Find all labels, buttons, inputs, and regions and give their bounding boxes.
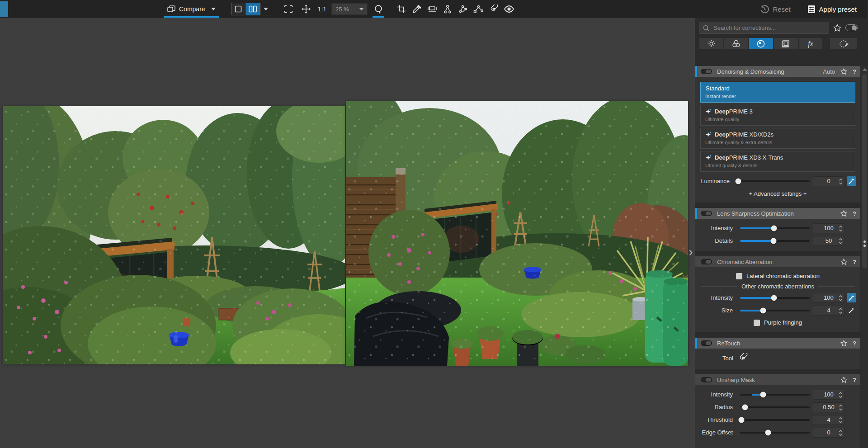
photo-left[interactable]	[3, 106, 345, 364]
tab-detail[interactable]	[749, 38, 774, 50]
control-shape-tool-button[interactable]	[456, 0, 470, 18]
advanced-settings-link[interactable]: + Advanced settings +	[695, 188, 860, 199]
ratio-1-1-button[interactable]: 1:1	[317, 5, 327, 13]
spinner-icon[interactable]	[839, 295, 843, 302]
retouch-patch-icon[interactable]	[738, 353, 748, 363]
lens-intensity-slider[interactable]	[740, 227, 810, 229]
retouch-enable-toggle[interactable]	[701, 340, 712, 346]
reset-history-icon	[760, 5, 769, 14]
unsharp-edge-offset-slider[interactable]	[740, 432, 810, 434]
help-icon[interactable]: ?	[853, 259, 856, 265]
white-balance-eyedropper-button[interactable]	[410, 0, 424, 18]
denoise-option-deepprime-xd3[interactable]: DeepPRIME XD3 X-Trans Utmost quality & d…	[700, 151, 855, 172]
purple-fringing-checkbox[interactable]	[754, 320, 760, 326]
favorite-star-icon[interactable]	[840, 377, 847, 383]
unsharp-threshold-slider[interactable]	[740, 419, 810, 421]
unsharp-radius-value[interactable]: 0.50	[813, 402, 844, 412]
tab-local-adjustments[interactable]	[830, 38, 858, 50]
unsharp-mask-enable-toggle[interactable]	[701, 377, 712, 382]
tab-color[interactable]	[724, 38, 749, 50]
chromatic-aberration-enable-toggle[interactable]	[701, 259, 712, 264]
section-lens-sharpness: Lens Sharpness Optimization ? Intensity …	[695, 208, 860, 251]
tab-light[interactable]	[699, 38, 724, 50]
denoise-option-standard[interactable]: Standard Instant render	[700, 82, 855, 103]
tab-geometry[interactable]	[774, 38, 798, 50]
crop-tool-button[interactable]	[395, 0, 408, 18]
unsharp-intensity-slider[interactable]	[740, 394, 810, 396]
reset-button[interactable]: Reset	[752, 0, 798, 18]
luminance-value[interactable]: 0	[813, 176, 844, 186]
ca-size-slider[interactable]	[740, 310, 810, 311]
help-icon[interactable]: ?	[853, 340, 856, 347]
unsharp-threshold-value[interactable]: 4	[813, 415, 844, 425]
lens-intensity-value[interactable]: 100	[813, 223, 844, 233]
panel-scrollbar[interactable]	[861, 66, 868, 448]
corrections-panel: fx Denoising & Demosaicing Auto	[695, 18, 868, 448]
lens-sharpness-header[interactable]: Lens Sharpness Optimization ?	[695, 208, 860, 219]
panel-collapse-chevron[interactable]	[687, 245, 695, 261]
denoising-enable-toggle[interactable]	[701, 69, 712, 74]
spinner-icon[interactable]	[839, 417, 843, 424]
denoise-option-deepprime3[interactable]: DeepPRIME 3 Ultimate quality	[700, 105, 855, 126]
denoising-header[interactable]: Denoising & Demosaicing Auto ?	[695, 66, 860, 77]
control-point-tool-button[interactable]	[441, 0, 454, 18]
spinner-icon[interactable]	[839, 307, 843, 314]
compare-button[interactable]: Compare	[163, 0, 220, 18]
fx-icon: fx	[808, 40, 813, 48]
unsharp-edge-offset-value[interactable]: 0	[813, 428, 844, 438]
chromatic-aberration-header[interactable]: Chromatic Aberration ?	[695, 256, 860, 267]
spinner-icon[interactable]	[839, 429, 843, 436]
preview-eye-button[interactable]	[502, 0, 516, 18]
ca-size-value[interactable]: 4	[813, 306, 844, 316]
search-box[interactable]	[699, 22, 829, 34]
retouch-patch-tool-button[interactable]	[487, 0, 500, 18]
pan-move-button[interactable]	[299, 0, 313, 18]
luminance-auto-wand-button[interactable]	[847, 176, 856, 186]
favorite-star-icon[interactable]	[840, 340, 847, 347]
denoise-option-deepprime-xd[interactable]: DeepPRIME XD/XD2s Ultimate quality & ext…	[700, 128, 855, 149]
lens-details-slider[interactable]	[740, 240, 810, 242]
active-corrections-toggle[interactable]	[845, 24, 858, 31]
help-icon[interactable]: ?	[853, 377, 856, 383]
tab-fx[interactable]: fx	[798, 38, 823, 50]
favorite-star-icon[interactable]	[840, 68, 847, 75]
control-line-tool-button[interactable]	[472, 0, 485, 18]
spinner-icon[interactable]	[839, 238, 843, 245]
single-view-button[interactable]	[231, 3, 245, 15]
favorites-star-icon[interactable]	[833, 24, 841, 32]
fit-to-screen-button[interactable]	[282, 0, 295, 18]
scroll-up-arrow-icon[interactable]	[863, 68, 867, 71]
split-view-button[interactable]	[246, 3, 260, 15]
spinner-icon[interactable]	[839, 178, 843, 185]
horizon-tool-button[interactable]	[425, 0, 439, 18]
zoom-in-button[interactable]	[372, 0, 385, 18]
unsharp-mask-header[interactable]: Unsharp Mask ?	[695, 374, 860, 385]
unsharp-intensity-value[interactable]: 100	[813, 390, 844, 400]
ca-intensity-value[interactable]: 100	[813, 293, 844, 303]
favorite-star-icon[interactable]	[840, 259, 847, 265]
luminance-slider[interactable]	[737, 180, 810, 182]
search-input[interactable]	[712, 24, 825, 32]
lens-details-value[interactable]: 50	[813, 236, 844, 246]
spinner-icon[interactable]	[839, 225, 843, 232]
help-icon[interactable]: ?	[853, 210, 856, 217]
lens-sharpness-enable-toggle[interactable]	[701, 211, 712, 216]
unsharp-radius-slider[interactable]	[740, 406, 810, 408]
lateral-ca-checkbox[interactable]	[736, 273, 742, 279]
help-icon[interactable]: ?	[853, 68, 856, 75]
view-mode-dropdown[interactable]	[260, 3, 271, 15]
spinner-icon[interactable]	[839, 391, 843, 398]
ca-intensity-slider[interactable]	[740, 297, 810, 299]
scrollbar-thumb[interactable]	[862, 74, 867, 269]
panel-resize-grabber[interactable]	[863, 241, 866, 247]
apply-preset-button[interactable]: Apply preset	[799, 0, 868, 18]
favorite-star-icon[interactable]	[840, 210, 847, 217]
spinner-icon[interactable]	[839, 404, 843, 411]
photo-right[interactable]	[346, 101, 688, 366]
ca-intensity-auto-wand-button[interactable]	[847, 293, 856, 302]
compare-dropdown-icon[interactable]	[211, 8, 216, 10]
chevron-down-icon	[359, 8, 363, 10]
zoom-level-dropdown[interactable]: 25 %	[331, 3, 368, 15]
ca-size-auto-wand-button[interactable]	[847, 306, 856, 315]
retouch-header[interactable]: ReTouch ?	[695, 338, 860, 349]
